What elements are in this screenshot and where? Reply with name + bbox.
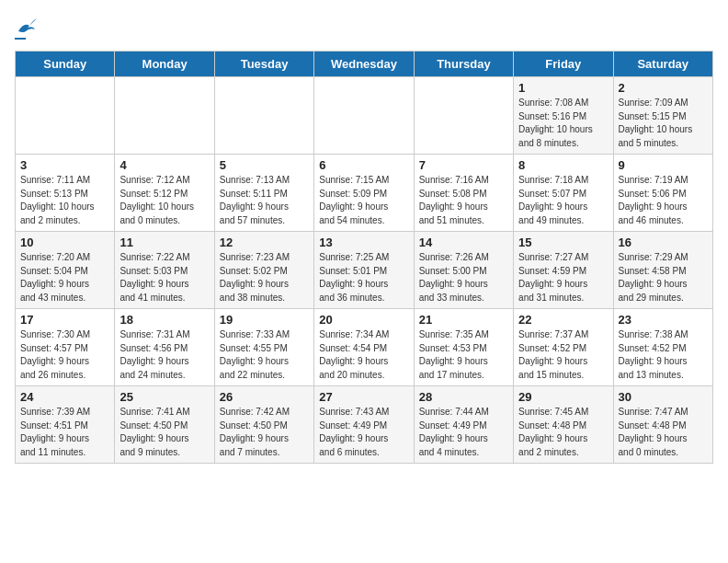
page-header (15, 15, 713, 40)
calendar-cell: 29Sunrise: 7:45 AM Sunset: 4:48 PM Dayli… (514, 386, 613, 464)
calendar-cell: 2Sunrise: 7:09 AM Sunset: 5:15 PM Daylig… (613, 77, 712, 155)
day-info: Sunrise: 7:12 AM Sunset: 5:12 PM Dayligh… (119, 174, 209, 227)
calendar-cell (314, 77, 414, 155)
day-number: 4 (119, 158, 209, 172)
day-number: 17 (20, 313, 109, 327)
calendar-cell (16, 77, 115, 155)
calendar-cell: 20Sunrise: 7:34 AM Sunset: 4:54 PM Dayli… (314, 309, 414, 386)
day-info: Sunrise: 7:18 AM Sunset: 5:07 PM Dayligh… (518, 174, 608, 227)
day-info: Sunrise: 7:38 AM Sunset: 4:52 PM Dayligh… (619, 328, 708, 382)
day-info: Sunrise: 7:09 AM Sunset: 5:15 PM Dayligh… (619, 97, 708, 150)
day-number: 25 (119, 390, 209, 404)
day-info: Sunrise: 7:25 AM Sunset: 5:01 PM Dayligh… (319, 251, 408, 304)
calendar-cell: 17Sunrise: 7:30 AM Sunset: 4:57 PM Dayli… (16, 309, 115, 386)
day-number: 24 (20, 390, 109, 404)
weekday-header-friday: Friday (514, 52, 613, 77)
day-number: 30 (619, 390, 708, 404)
calendar-cell: 24Sunrise: 7:39 AM Sunset: 4:51 PM Dayli… (16, 386, 115, 464)
calendar-cell: 19Sunrise: 7:33 AM Sunset: 4:55 PM Dayli… (214, 309, 313, 386)
calendar-cell: 6Sunrise: 7:15 AM Sunset: 5:09 PM Daylig… (314, 155, 414, 232)
day-number: 10 (20, 236, 109, 249)
calendar-cell: 3Sunrise: 7:11 AM Sunset: 5:13 PM Daylig… (16, 155, 115, 232)
calendar-cell: 27Sunrise: 7:43 AM Sunset: 4:49 PM Dayli… (314, 386, 414, 464)
day-info: Sunrise: 7:16 AM Sunset: 5:08 PM Dayligh… (419, 174, 508, 227)
day-info: Sunrise: 7:15 AM Sunset: 5:09 PM Dayligh… (319, 174, 408, 227)
day-number: 20 (319, 313, 408, 327)
day-info: Sunrise: 7:11 AM Sunset: 5:13 PM Dayligh… (20, 174, 109, 227)
logo (15, 18, 37, 40)
day-number: 2 (619, 81, 708, 95)
day-info: Sunrise: 7:22 AM Sunset: 5:03 PM Dayligh… (119, 251, 209, 304)
calendar-cell: 7Sunrise: 7:16 AM Sunset: 5:08 PM Daylig… (414, 155, 513, 232)
calendar-cell: 12Sunrise: 7:23 AM Sunset: 5:02 PM Dayli… (214, 232, 313, 309)
day-info: Sunrise: 7:42 AM Sunset: 4:50 PM Dayligh… (220, 406, 309, 459)
day-info: Sunrise: 7:43 AM Sunset: 4:49 PM Dayligh… (319, 406, 408, 459)
weekday-header-thursday: Thursday (414, 52, 513, 77)
calendar-cell: 23Sunrise: 7:38 AM Sunset: 4:52 PM Dayli… (613, 309, 712, 386)
day-number: 8 (518, 158, 608, 172)
day-info: Sunrise: 7:08 AM Sunset: 5:16 PM Dayligh… (518, 97, 608, 150)
calendar-table: SundayMondayTuesdayWednesdayThursdayFrid… (15, 51, 713, 464)
day-info: Sunrise: 7:41 AM Sunset: 4:50 PM Dayligh… (119, 406, 209, 459)
day-info: Sunrise: 7:26 AM Sunset: 5:00 PM Dayligh… (419, 251, 508, 304)
logo-bird-icon (17, 18, 37, 35)
day-number: 16 (619, 236, 708, 249)
day-number: 23 (619, 313, 708, 327)
calendar-cell: 14Sunrise: 7:26 AM Sunset: 5:00 PM Dayli… (414, 232, 513, 309)
day-info: Sunrise: 7:27 AM Sunset: 4:59 PM Dayligh… (518, 251, 608, 304)
day-number: 27 (319, 390, 408, 404)
day-number: 19 (220, 313, 309, 327)
day-number: 26 (220, 390, 309, 404)
day-info: Sunrise: 7:33 AM Sunset: 4:55 PM Dayligh… (220, 328, 309, 382)
calendar-cell (115, 77, 214, 155)
calendar-cell: 25Sunrise: 7:41 AM Sunset: 4:50 PM Dayli… (115, 386, 214, 464)
calendar-cell: 11Sunrise: 7:22 AM Sunset: 5:03 PM Dayli… (115, 232, 214, 309)
calendar-cell: 22Sunrise: 7:37 AM Sunset: 4:52 PM Dayli… (514, 309, 613, 386)
day-number: 7 (419, 158, 508, 172)
calendar-cell (414, 77, 513, 155)
calendar-cell (214, 77, 313, 155)
day-number: 22 (518, 313, 608, 327)
day-info: Sunrise: 7:45 AM Sunset: 4:48 PM Dayligh… (518, 406, 608, 459)
calendar-cell: 8Sunrise: 7:18 AM Sunset: 5:07 PM Daylig… (514, 155, 613, 232)
calendar-cell: 9Sunrise: 7:19 AM Sunset: 5:06 PM Daylig… (613, 155, 712, 232)
calendar-cell: 16Sunrise: 7:29 AM Sunset: 4:58 PM Dayli… (613, 232, 712, 309)
day-info: Sunrise: 7:39 AM Sunset: 4:51 PM Dayligh… (20, 406, 109, 459)
day-info: Sunrise: 7:19 AM Sunset: 5:06 PM Dayligh… (619, 174, 708, 227)
day-number: 21 (419, 313, 508, 327)
calendar-cell: 18Sunrise: 7:31 AM Sunset: 4:56 PM Dayli… (115, 309, 214, 386)
weekday-header-monday: Monday (115, 52, 214, 77)
calendar-cell: 10Sunrise: 7:20 AM Sunset: 5:04 PM Dayli… (16, 232, 115, 309)
day-number: 6 (319, 158, 408, 172)
day-number: 5 (220, 158, 309, 172)
weekday-header-wednesday: Wednesday (314, 52, 414, 77)
day-info: Sunrise: 7:44 AM Sunset: 4:49 PM Dayligh… (419, 406, 508, 459)
calendar-cell: 1Sunrise: 7:08 AM Sunset: 5:16 PM Daylig… (514, 77, 613, 155)
day-number: 14 (419, 236, 508, 249)
day-number: 13 (319, 236, 408, 249)
day-info: Sunrise: 7:34 AM Sunset: 4:54 PM Dayligh… (319, 328, 408, 382)
logo-blue (15, 38, 26, 40)
calendar-cell: 15Sunrise: 7:27 AM Sunset: 4:59 PM Dayli… (514, 232, 613, 309)
calendar-cell: 5Sunrise: 7:13 AM Sunset: 5:11 PM Daylig… (214, 155, 313, 232)
day-info: Sunrise: 7:20 AM Sunset: 5:04 PM Dayligh… (20, 251, 109, 304)
calendar-cell: 13Sunrise: 7:25 AM Sunset: 5:01 PM Dayli… (314, 232, 414, 309)
calendar-cell: 26Sunrise: 7:42 AM Sunset: 4:50 PM Dayli… (214, 386, 313, 464)
day-info: Sunrise: 7:23 AM Sunset: 5:02 PM Dayligh… (220, 251, 309, 304)
day-info: Sunrise: 7:13 AM Sunset: 5:11 PM Dayligh… (220, 174, 309, 227)
weekday-header-sunday: Sunday (16, 52, 115, 77)
day-info: Sunrise: 7:35 AM Sunset: 4:53 PM Dayligh… (419, 328, 508, 382)
day-number: 11 (119, 236, 209, 249)
day-number: 1 (518, 81, 608, 95)
day-number: 9 (619, 158, 708, 172)
calendar-cell: 28Sunrise: 7:44 AM Sunset: 4:49 PM Dayli… (414, 386, 513, 464)
weekday-header-saturday: Saturday (613, 52, 712, 77)
day-number: 29 (518, 390, 608, 404)
day-info: Sunrise: 7:37 AM Sunset: 4:52 PM Dayligh… (518, 328, 608, 382)
day-info: Sunrise: 7:47 AM Sunset: 4:48 PM Dayligh… (619, 406, 708, 459)
calendar-cell: 30Sunrise: 7:47 AM Sunset: 4:48 PM Dayli… (613, 386, 712, 464)
day-number: 3 (20, 158, 109, 172)
day-number: 28 (419, 390, 508, 404)
day-number: 18 (119, 313, 209, 327)
day-info: Sunrise: 7:29 AM Sunset: 4:58 PM Dayligh… (619, 251, 708, 304)
